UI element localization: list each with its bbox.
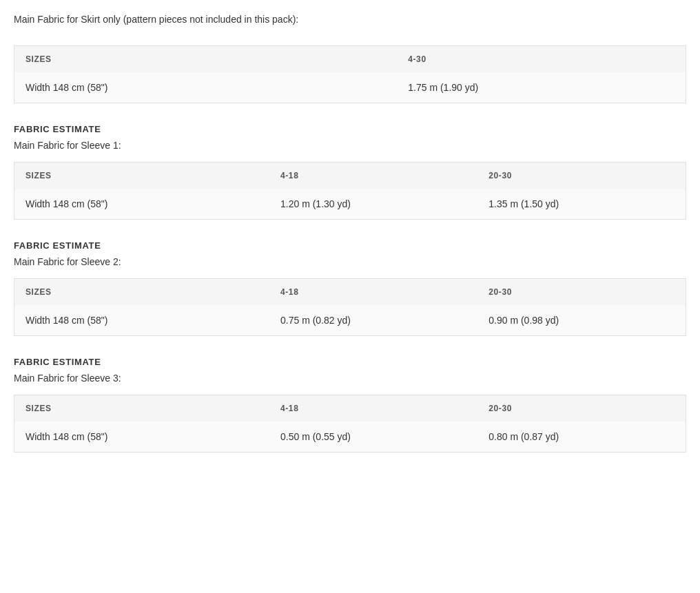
table-row: Width 148 cm (58") 0.75 m (0.82 yd) 0.90…: [14, 305, 686, 336]
sleeve2-col-20-30: 20-30: [477, 279, 686, 306]
sleeve2-section: FABRIC ESTIMATE Main Fabric for Sleeve 2…: [14, 240, 686, 336]
sleeve2-heading: FABRIC ESTIMATE: [14, 240, 686, 251]
sleeve3-table-body: Width 148 cm (58") 0.50 m (0.55 yd) 0.80…: [14, 422, 686, 452]
sleeve1-section: FABRIC ESTIMATE Main Fabric for Sleeve 1…: [14, 124, 686, 220]
sleeve1-value-4-18: 1.20 m (1.30 yd): [269, 189, 477, 220]
table-row: Width 148 cm (58") 0.50 m (0.55 yd) 0.80…: [14, 422, 686, 452]
skirt-table-header: SIZES 4-30: [14, 46, 686, 73]
sleeve1-col-20-30: 20-30: [477, 163, 686, 189]
sleeve3-table: SIZES 4-18 20-30 Width 148 cm (58") 0.50…: [14, 395, 686, 452]
sleeve3-col-sizes: SIZES: [14, 395, 270, 422]
sleeve3-col-4-18: 4-18: [269, 395, 477, 422]
sleeve1-col-4-18: 4-18: [269, 163, 477, 189]
sleeve2-col-4-18: 4-18: [269, 279, 477, 306]
sleeve1-col-sizes: SIZES: [14, 163, 270, 189]
sleeve2-table-header: SIZES 4-18 20-30: [14, 279, 686, 306]
sleeve3-table-header: SIZES 4-18 20-30: [14, 395, 686, 422]
sleeve3-section: FABRIC ESTIMATE Main Fabric for Sleeve 3…: [14, 357, 686, 452]
sleeve3-value-20-30: 0.80 m (0.87 yd): [477, 422, 686, 452]
skirt-table: SIZES 4-30 Width 148 cm (58") 1.75 m (1.…: [14, 45, 686, 103]
sleeve1-subheading: Main Fabric for Sleeve 1:: [14, 140, 686, 151]
sleeve1-table: SIZES 4-18 20-30 Width 148 cm (58") 1.20…: [14, 162, 686, 220]
skirt-col-sizes: SIZES: [14, 46, 398, 73]
sleeve2-table-body: Width 148 cm (58") 0.75 m (0.82 yd) 0.90…: [14, 305, 686, 336]
sleeve3-col-20-30: 20-30: [477, 395, 686, 422]
sleeve1-width-label: Width 148 cm (58"): [14, 189, 270, 220]
table-row: Width 148 cm (58") 1.75 m (1.90 yd): [14, 72, 686, 103]
sleeve3-width-label: Width 148 cm (58"): [14, 422, 270, 452]
sleeve1-heading: FABRIC ESTIMATE: [14, 124, 686, 134]
sleeve2-value-4-18: 0.75 m (0.82 yd): [269, 305, 477, 336]
sleeve3-heading: FABRIC ESTIMATE: [14, 357, 686, 367]
sleeve2-width-label: Width 148 cm (58"): [14, 305, 270, 336]
sleeve1-table-header: SIZES 4-18 20-30: [14, 163, 686, 189]
sleeve2-value-20-30: 0.90 m (0.98 yd): [477, 305, 686, 336]
intro-text: Main Fabric for Skirt only (pattern piec…: [14, 14, 686, 25]
skirt-col-4-30: 4-30: [397, 46, 686, 73]
sleeve2-table: SIZES 4-18 20-30 Width 148 cm (58") 0.75…: [14, 278, 686, 336]
sleeve2-subheading: Main Fabric for Sleeve 2:: [14, 256, 686, 267]
sleeve1-table-body: Width 148 cm (58") 1.20 m (1.30 yd) 1.35…: [14, 189, 686, 220]
sleeve1-value-20-30: 1.35 m (1.50 yd): [477, 189, 686, 220]
skirt-width-label: Width 148 cm (58"): [14, 72, 398, 103]
sleeve2-col-sizes: SIZES: [14, 279, 270, 306]
sleeve3-subheading: Main Fabric for Sleeve 3:: [14, 373, 686, 384]
table-row: Width 148 cm (58") 1.20 m (1.30 yd) 1.35…: [14, 189, 686, 220]
skirt-table-body: Width 148 cm (58") 1.75 m (1.90 yd): [14, 72, 686, 103]
skirt-width-value: 1.75 m (1.90 yd): [397, 72, 686, 103]
skirt-section: SIZES 4-30 Width 148 cm (58") 1.75 m (1.…: [14, 45, 686, 103]
sleeve3-value-4-18: 0.50 m (0.55 yd): [269, 422, 477, 452]
